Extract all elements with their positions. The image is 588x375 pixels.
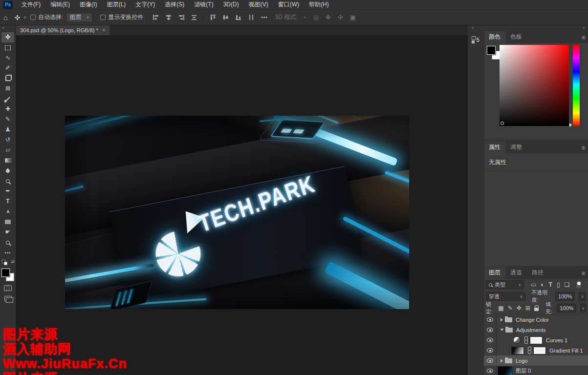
default-swatches-icon[interactable]: ⇄ — [2, 260, 9, 267]
screen-mode-button[interactable] — [4, 296, 12, 301]
tool-preset-chevron-icon[interactable]: ∨ — [23, 15, 26, 20]
3d-dolly-icon[interactable]: ▣ — [350, 14, 356, 21]
more-options-icon[interactable]: ••• — [258, 15, 271, 20]
move-tool[interactable]: ✜ — [1, 32, 14, 42]
3d-roll-icon[interactable]: ◎ — [313, 14, 319, 21]
hand-tool[interactable]: ☛ — [1, 227, 14, 237]
document-tab[interactable]: 304.psd @ 50% (Logo, RGB/8) * × — [16, 25, 109, 35]
align-vertical-centers-icon[interactable] — [219, 14, 232, 21]
color-cursor[interactable] — [501, 122, 504, 125]
lock-paint-icon[interactable]: ✎ — [508, 305, 513, 312]
frame-tool[interactable]: ⊠ — [1, 83, 14, 94]
home-icon[interactable]: ⌂ — [0, 14, 11, 21]
menu-3d[interactable]: 3D(D) — [218, 0, 244, 9]
edit-toolbar-button[interactable]: ••• — [1, 248, 14, 258]
tab-adjustments[interactable]: 调整 — [505, 141, 527, 153]
visibility-toggle[interactable] — [484, 345, 497, 355]
close-icon[interactable]: × — [102, 27, 106, 34]
distribute-horizontal-icon[interactable] — [245, 14, 258, 21]
gradient-fill-thumbnail[interactable] — [511, 347, 524, 354]
filter-type-layers-icon[interactable]: T — [549, 281, 552, 288]
expand-caret-icon[interactable] — [501, 318, 503, 322]
path-selection-tool[interactable]: ➤ — [1, 207, 14, 217]
zoom-tool[interactable] — [1, 237, 14, 248]
collapse-dock-icon[interactable]: » — [583, 25, 585, 30]
shape-tool[interactable] — [1, 217, 14, 227]
auto-select-dropdown[interactable]: 图层 ∨ — [66, 13, 92, 22]
layer-row-adjustments[interactable]: Adjustments — [484, 325, 588, 335]
filter-pixel-layers-icon[interactable]: ▭ — [531, 281, 536, 288]
tab-channels[interactable]: 通道 — [505, 267, 527, 279]
layer-mask-thumbnail[interactable] — [533, 347, 546, 354]
3d-pan-icon[interactable]: ✥ — [326, 14, 331, 21]
saturation-brightness-field[interactable] — [500, 45, 569, 126]
canvas-image[interactable]: TECH.PARK — [65, 116, 409, 309]
history-brush-tool[interactable]: ↺ — [1, 135, 14, 145]
eraser-tool[interactable]: ▱ — [1, 145, 14, 155]
crop-tool[interactable] — [1, 73, 14, 83]
menu-edit[interactable]: 编辑(E) — [45, 0, 75, 9]
filter-type-dropdown[interactable]: 类型 ∨ — [486, 280, 524, 289]
menu-file[interactable]: 文件(F) — [17, 0, 45, 9]
align-top-edges-icon[interactable] — [207, 14, 219, 21]
tab-layers[interactable]: 图层 — [484, 267, 505, 279]
layer-row-curves-1[interactable]: Curves 1 — [484, 335, 588, 345]
history-panel-icon[interactable]: 5 — [472, 36, 479, 45]
hue-slider[interactable] — [573, 45, 580, 126]
layer-row-layer-0[interactable]: 图层 0 — [484, 366, 588, 375]
quick-mask-button[interactable] — [4, 285, 12, 291]
auto-select-checkbox[interactable] — [30, 15, 36, 20]
blur-tool[interactable] — [1, 166, 14, 176]
menu-window[interactable]: 窗口(W) — [273, 0, 304, 9]
visibility-toggle[interactable] — [484, 335, 497, 345]
visibility-toggle[interactable] — [484, 355, 497, 366]
fill-chevron[interactable]: ∨ — [580, 304, 586, 312]
eyedropper-tool[interactable] — [1, 94, 14, 104]
align-horizontal-centers-icon[interactable] — [162, 14, 175, 21]
opacity-value[interactable]: 100% — [555, 292, 575, 301]
rectangular-marquee-tool[interactable] — [1, 42, 14, 53]
visibility-toggle[interactable] — [484, 366, 497, 375]
expand-caret-icon[interactable] — [501, 359, 503, 363]
show-transform-checkbox[interactable] — [100, 15, 106, 20]
hue-slider-arrow[interactable] — [569, 123, 572, 127]
align-left-edges-icon[interactable] — [150, 14, 162, 21]
menu-image[interactable]: 图像(I) — [75, 0, 102, 9]
lock-artboard-icon[interactable]: ⊞ — [525, 305, 530, 312]
filter-adjustment-layers-icon[interactable]: ◐ — [541, 281, 544, 288]
layer-row-logo[interactable]: Logo — [484, 355, 588, 366]
fill-value[interactable]: 100% — [557, 304, 576, 312]
lock-position-icon[interactable]: ✜ — [517, 305, 522, 312]
collapse-caret-icon[interactable] — [500, 329, 504, 331]
filter-smart-objects-icon[interactable]: ❏ — [565, 281, 570, 288]
foreground-swatch[interactable] — [487, 46, 496, 55]
collapse-strip-icon[interactable]: « — [472, 25, 474, 30]
lasso-tool[interactable]: ∿ — [1, 53, 14, 63]
visibility-toggle[interactable] — [484, 325, 497, 335]
tab-properties[interactable]: 属性 — [484, 141, 505, 153]
menu-filter[interactable]: 滤镜(T) — [189, 0, 218, 9]
layer-mask-thumbnail[interactable] — [530, 336, 543, 344]
healing-brush-tool[interactable]: ✚ — [1, 104, 14, 114]
menu-type[interactable]: 文字(Y) — [131, 0, 160, 9]
layer-thumbnail[interactable] — [498, 366, 512, 375]
toolbar-expand-icon[interactable]: » — [0, 25, 4, 32]
3d-slide-icon[interactable]: ✣ — [338, 14, 343, 21]
visibility-toggle[interactable] — [484, 314, 497, 325]
filter-shape-layers-icon[interactable]: ▯ — [557, 281, 560, 288]
menu-help[interactable]: 帮助(H) — [304, 0, 334, 9]
layer-row-change-color[interactable]: Change Color — [484, 314, 588, 325]
panel-menu-icon[interactable]: ≡ — [582, 34, 585, 41]
panel-menu-icon[interactable]: ≡ — [582, 145, 585, 151]
layer-filter-switch[interactable] — [576, 281, 581, 289]
gradient-tool[interactable] — [1, 155, 14, 166]
lock-transparent-icon[interactable]: ▦ — [498, 305, 503, 312]
clone-stamp-tool[interactable]: ♟ — [1, 125, 14, 135]
align-bottom-edges-icon[interactable] — [232, 14, 245, 21]
align-right-edges-icon[interactable] — [175, 14, 188, 21]
brush-tool[interactable]: ✎ — [1, 114, 14, 125]
menu-view[interactable]: 视图(V) — [244, 0, 273, 9]
pen-tool[interactable]: ✒ — [1, 186, 14, 196]
tab-paths[interactable]: 路径 — [527, 267, 548, 279]
opacity-chevron[interactable]: ∨ — [579, 292, 586, 301]
